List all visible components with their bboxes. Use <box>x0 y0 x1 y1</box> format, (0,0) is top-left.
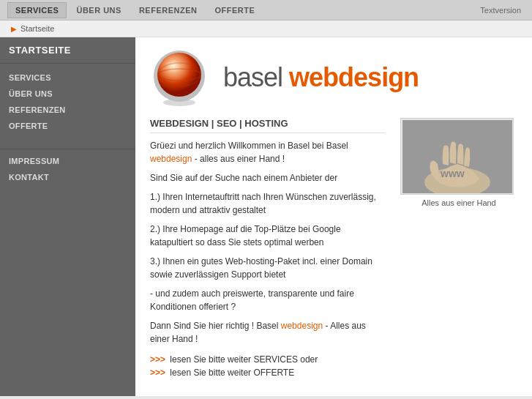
site-title: basel webdesign <box>223 62 419 93</box>
intro-text: WEBDESIGN | SEO | HOSTING Grüezi und her… <box>150 118 386 381</box>
svg-point-3 <box>157 53 201 97</box>
textversion-link[interactable]: Textversion <box>480 6 521 15</box>
sidebar-nav-main: SERVICES ÜBER UNS REFERENZEN OFFERTE IMP… <box>0 64 135 195</box>
arrow-icon-1: >>> <box>150 354 165 365</box>
site-title-orange: webdesign <box>289 62 419 92</box>
nav-item-offerte[interactable]: OFFERTE <box>206 2 263 18</box>
nav-item-services[interactable]: SERVICES <box>7 2 67 18</box>
sidebar-link-ueber-uns[interactable]: ÜBER UNS <box>0 86 135 102</box>
breadcrumb-text[interactable]: Startseite <box>20 24 54 33</box>
svg-text:www: www <box>440 168 465 179</box>
sidebar-link-impressum[interactable]: IMPRESSUM <box>0 153 135 169</box>
nav-items: SERVICES ÜBER UNS REFERENZEN OFFERTE <box>7 2 263 18</box>
more-links: >>> lesen Sie bitte weiter SERVICES oder… <box>150 354 386 378</box>
site-title-gray: basel <box>223 62 289 92</box>
intro-section: WEBDESIGN | SEO | HOSTING Grüezi und her… <box>150 118 517 381</box>
intro-para-7: Dann Sind Sie hier richtig ! Basel webde… <box>150 319 386 346</box>
nav-item-referenzen[interactable]: REFERENZEN <box>131 2 206 18</box>
arrow-icon-2: >>> <box>150 368 165 378</box>
intro-para-6: - und zudem auch preiswerte, transparent… <box>150 287 386 313</box>
sidebar-link-services[interactable]: SERVICES <box>0 70 135 86</box>
main-layout: STARTSEITE SERVICES ÜBER UNS REFERENZEN … <box>0 37 532 396</box>
top-navigation: SERVICES ÜBER UNS REFERENZEN OFFERTE Tex… <box>0 0 532 20</box>
hand-image: www <box>400 118 514 195</box>
sidebar-link-referenzen[interactable]: REFERENZEN <box>0 102 135 118</box>
section-heading: WEBDESIGN | SEO | HOSTING <box>150 118 386 133</box>
sidebar-link-kontakt[interactable]: KONTAKT <box>0 169 135 185</box>
intro-para-4: 2.) Ihre Homepage auf die Top-Plätze bei… <box>150 223 386 249</box>
more-link-services[interactable]: >>> lesen Sie bitte weiter SERVICES oder <box>150 354 386 365</box>
sidebar-title: STARTSEITE <box>0 37 135 64</box>
intro-image-section: www Alles aus einer Hand <box>400 118 517 381</box>
intro-para-1: Grüezi und herzlich Willkommen in Basel … <box>150 139 386 165</box>
intro-para-5: 3.) Ihnen ein gutes Web-hosting-Paket in… <box>150 255 386 281</box>
more-link-offerte[interactable]: >>> lesen Sie bitte weiter OFFERTE <box>150 368 386 378</box>
content-area: basel webdesign WEBDESIGN | SEO | HOSTIN… <box>135 37 532 396</box>
breadcrumb: ▶ Startseite <box>0 20 532 37</box>
sidebar-nav-bottom: IMPRESSUM KONTAKT <box>0 149 135 189</box>
logo-globe <box>150 48 209 107</box>
hand-image-caption: Alles aus einer Hand <box>400 198 517 207</box>
content-header: basel webdesign <box>150 48 517 107</box>
intro-para-3: 1.) Ihren Internetauftritt nach Ihren Wü… <box>150 190 386 217</box>
sidebar-link-offerte[interactable]: OFFERTE <box>0 118 135 134</box>
sidebar: STARTSEITE SERVICES ÜBER UNS REFERENZEN … <box>0 37 135 396</box>
intro-para-2: Sind Sie auf der Suche nach einem Anbiet… <box>150 171 386 184</box>
intro-body: Grüezi und herzlich Willkommen in Basel … <box>150 139 386 346</box>
breadcrumb-arrow: ▶ <box>11 25 17 33</box>
intro-link-webdesign-1[interactable]: webdesign <box>150 154 192 164</box>
nav-item-ueber-uns[interactable]: ÜBER UNS <box>68 2 129 18</box>
intro-link-webdesign-2[interactable]: webdesign <box>281 321 323 331</box>
